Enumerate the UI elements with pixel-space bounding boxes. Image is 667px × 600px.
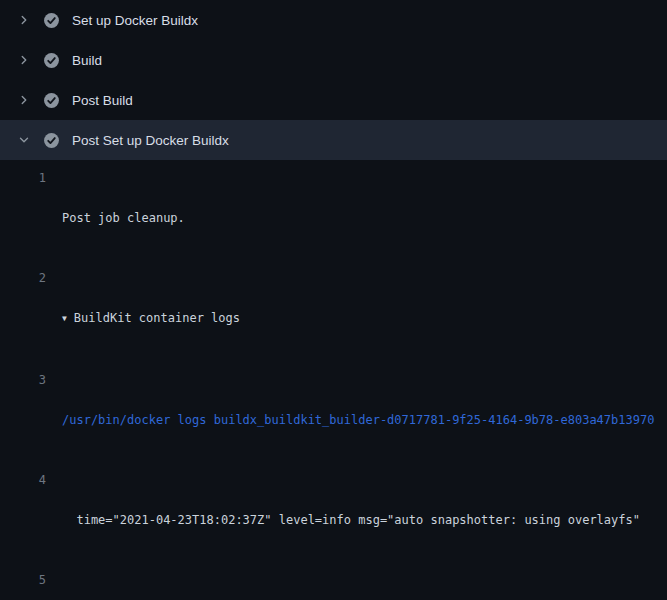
actions-log-viewer: Set up Docker Buildx Build Post Buil — [0, 0, 667, 600]
line-text: /usr/bin/docker logs buildx_buildkit_bui… — [62, 413, 654, 427]
step-header[interactable]: Build — [0, 40, 667, 80]
step-list: Set up Docker Buildx Build Post Buil — [0, 0, 667, 160]
line-number[interactable]: 4 — [0, 470, 46, 570]
log-line: 2 ▼BuildKit container logs — [0, 268, 667, 370]
line-content: ▼ time="2021-04-23T18:02:37Z" level=info… — [46, 470, 667, 570]
step-header[interactable]: Post Build — [0, 80, 667, 120]
line-text: time="2021-04-23T18:02:37Z" level=info m… — [62, 513, 640, 527]
group-caret-icon[interactable]: ▼ — [62, 309, 67, 329]
line-text: BuildKit container logs — [74, 311, 240, 325]
log-line: 5 ▼ time="2021-04-23T18:02:37Z" level=wa… — [0, 570, 667, 600]
line-number[interactable]: 5 — [0, 570, 46, 600]
check-circle-icon — [43, 12, 60, 29]
check-circle-icon — [43, 52, 60, 69]
chevron-icon[interactable] — [16, 12, 32, 28]
line-content: ▼BuildKit container logs — [46, 268, 667, 370]
line-content: ▼/usr/bin/docker logs buildx_buildkit_bu… — [46, 370, 667, 470]
line-number[interactable]: 3 — [0, 370, 46, 470]
step-title: Build — [72, 53, 102, 68]
line-number[interactable]: 1 — [0, 168, 46, 268]
chevron-icon[interactable] — [16, 132, 32, 148]
log-line: 4 ▼ time="2021-04-23T18:02:37Z" level=in… — [0, 470, 667, 570]
step-title: Post Build — [72, 93, 133, 108]
step-header[interactable]: Set up Docker Buildx — [0, 0, 667, 40]
line-text: Post job cleanup. — [62, 211, 185, 225]
step-title: Set up Docker Buildx — [72, 13, 198, 28]
line-content: ▼ time="2021-04-23T18:02:37Z" level=warn… — [46, 570, 667, 600]
chevron-icon[interactable] — [16, 92, 32, 108]
line-content: ▼Post job cleanup. — [46, 168, 667, 268]
line-number[interactable]: 2 — [0, 268, 46, 370]
step-header[interactable]: Post Set up Docker Buildx — [0, 120, 667, 160]
chevron-icon[interactable] — [16, 52, 32, 68]
step-title: Post Set up Docker Buildx — [72, 133, 229, 148]
log-line: 1 ▼Post job cleanup. — [0, 168, 667, 268]
log-body: 1 ▼Post job cleanup. 2 ▼BuildKit contain… — [0, 160, 667, 600]
check-circle-icon — [43, 92, 60, 109]
log-line: 3 ▼/usr/bin/docker logs buildx_buildkit_… — [0, 370, 667, 470]
check-circle-icon — [43, 132, 60, 149]
